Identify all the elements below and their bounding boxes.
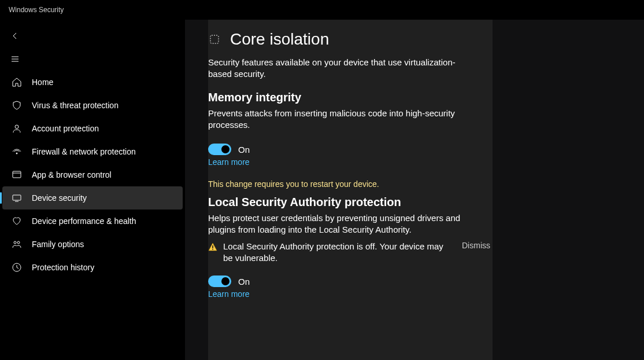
memory-integrity-desc: Prevents attacks from inserting maliciou… [208, 108, 490, 131]
history-icon [11, 262, 23, 273]
lsa-warning-text: Local Security Authority protection is o… [223, 241, 456, 265]
svg-rect-3 [13, 195, 21, 200]
lsa-desc: Helps protect user credentials by preven… [208, 212, 490, 236]
restart-message: This change requires you to restart your… [208, 179, 490, 189]
sidebar-item-label: Home [32, 78, 53, 87]
appbrowser-icon [11, 169, 23, 181]
svg-point-5 [17, 241, 20, 244]
shield-icon [11, 100, 23, 111]
sidebar-item-label: Device security [32, 193, 87, 203]
sidebar-item-device-security[interactable]: Device security [2, 186, 183, 210]
family-icon [11, 238, 23, 250]
lsa-title: Local Security Authority protection [208, 196, 490, 209]
sidebar-item-label: Account protection [32, 124, 99, 133]
content-panel: Core isolation Security features availab… [208, 20, 493, 360]
dismiss-button[interactable]: Dismiss [462, 241, 490, 250]
sidebar-item-appbrowser[interactable]: App & browser control [2, 163, 183, 186]
sidebar-item-label: Device performance & health [32, 216, 136, 226]
chip-icon [208, 33, 221, 46]
sidebar-item-firewall[interactable]: Firewall & network protection [2, 140, 183, 163]
memory-integrity-learn-more[interactable]: Learn more [208, 157, 490, 167]
main-area: Core isolation Security features availab… [185, 20, 644, 360]
page-description: Security features available on your devi… [208, 57, 490, 80]
title-bar: Windows Security [0, 0, 644, 20]
warning-icon [208, 243, 217, 252]
home-icon [11, 76, 23, 88]
sidebar-item-home[interactable]: Home [2, 71, 183, 94]
svg-rect-9 [212, 249, 213, 250]
svg-rect-2 [13, 171, 21, 178]
svg-point-1 [16, 153, 17, 154]
health-icon [11, 215, 23, 227]
svg-point-0 [15, 125, 18, 128]
sidebar-item-label: Firewall & network protection [32, 147, 136, 156]
network-icon [11, 146, 23, 157]
hamburger-icon [10, 54, 20, 64]
lsa-toggle-label: On [238, 277, 250, 286]
sidebar-item-label: Virus & threat protection [32, 101, 119, 110]
memory-integrity-title: Memory integrity [208, 91, 490, 104]
back-button[interactable] [3, 24, 27, 47]
sidebar: Home Virus & threat protection Account p… [0, 20, 185, 360]
svg-point-4 [14, 241, 16, 244]
memory-integrity-toggle-label: On [238, 145, 250, 155]
sidebar-item-performance[interactable]: Device performance & health [2, 210, 183, 233]
sidebar-item-history[interactable]: Protection history [2, 256, 183, 279]
svg-rect-7 [210, 35, 219, 43]
menu-button[interactable] [3, 47, 27, 71]
device-icon [11, 192, 23, 204]
sidebar-item-label: Protection history [32, 263, 94, 272]
memory-integrity-toggle[interactable] [208, 144, 231, 155]
sidebar-item-label: App & browser control [32, 170, 112, 179]
sidebar-item-label: Family options [32, 240, 84, 249]
lsa-learn-more[interactable]: Learn more [208, 289, 490, 299]
sidebar-item-account[interactable]: Account protection [2, 117, 183, 140]
account-icon [11, 123, 23, 134]
sidebar-item-virus[interactable]: Virus & threat protection [2, 94, 183, 117]
window-title: Windows Security [9, 6, 64, 14]
page-title: Core isolation [230, 30, 329, 49]
sidebar-item-family[interactable]: Family options [2, 233, 183, 256]
back-arrow-icon [10, 31, 20, 41]
lsa-toggle[interactable] [208, 275, 231, 287]
svg-rect-8 [212, 245, 213, 248]
